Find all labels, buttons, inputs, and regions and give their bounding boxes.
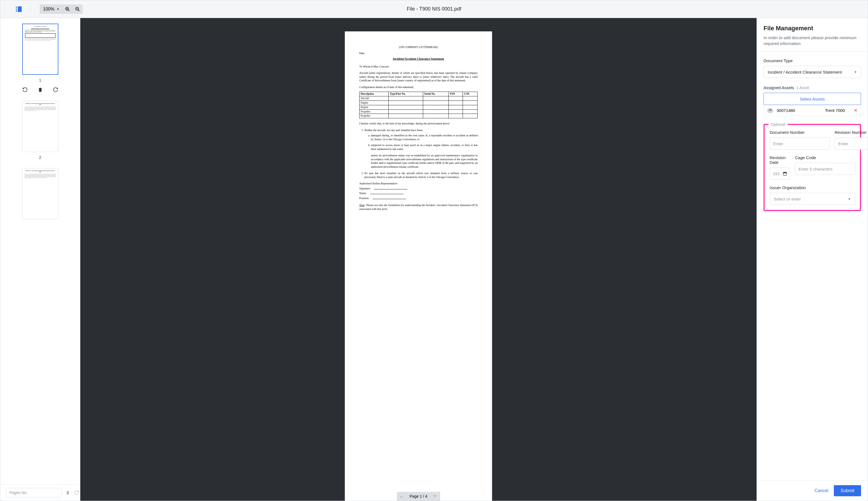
svg-line-5 (78, 10, 80, 11)
doc-number-input[interactable] (770, 138, 830, 150)
config-table: Description Type/Part No. Serial No. TSN… (359, 92, 478, 118)
chevron-down-icon: ▼ (854, 71, 857, 74)
zoom-select[interactable]: 100% ▼ (40, 4, 63, 14)
thumbnail-sidebar: (ON COMPANY LETTERHEAD) Incident/Acciden… (0, 18, 80, 501)
letterhead: (ON COMPANY LETTERHEAD) (359, 45, 478, 49)
doc-type-select[interactable]: Incident / Accident Clearance Statement … (763, 66, 861, 78)
cage-code-input[interactable] (795, 163, 855, 175)
asset-row: 30071480 Trent 7000 ✕ (763, 105, 861, 116)
zoom-out-icon[interactable] (73, 4, 83, 14)
next-page-icon[interactable]: ﹀ (430, 494, 440, 499)
svg-line-1 (68, 10, 70, 11)
topbar: 100% ▼ File - T900 NIS 0001.pdf (0, 0, 868, 18)
document-viewer[interactable]: (ON COMPANY LETTERHEAD) Date Incident/Ac… (80, 18, 756, 501)
prev-page-icon[interactable]: ︿ (397, 494, 407, 499)
asset-id: 30071480 (776, 108, 795, 113)
rotate-right-icon[interactable] (53, 87, 59, 93)
delete-pages-icon[interactable] (66, 490, 70, 495)
note: Note: Please see also the Guidelines for… (359, 203, 478, 211)
pages-number-input[interactable] (6, 488, 62, 498)
rev-date-label: Revision Date (770, 155, 790, 165)
rev-number-input[interactable] (835, 138, 868, 150)
select-assets-button[interactable]: Select Assets (763, 93, 861, 105)
divider (31, 6, 31, 13)
thumbnail-number: 2 (39, 155, 41, 160)
optional-label: Optional (769, 122, 787, 127)
assets-label: Assigned Assets 1 Asset (763, 85, 861, 90)
remove-asset-icon[interactable]: ✕ (854, 108, 857, 113)
thumbnail-page-2[interactable]: Guidelines for understanding the Inciden… (22, 101, 59, 152)
asset-name: Trent 7000 (825, 108, 845, 113)
thumbnail-number: 1 (39, 78, 41, 83)
rep-heading: Authorised Airline Representative (359, 182, 478, 185)
salutation: To Whom It May Concern: (359, 65, 478, 68)
rev-number-label: Revision Number (835, 130, 868, 135)
panel-title: File Management (763, 25, 861, 32)
cancel-button[interactable]: Cancel (814, 488, 828, 493)
chevron-down-icon: ▼ (848, 198, 851, 201)
config-line: Configuration details as of date of this… (359, 85, 478, 89)
date-label: Date (359, 51, 478, 55)
document-title: Incident/Accident Clearance Statement (359, 57, 478, 61)
page-indicator: Page 1 / 4 (407, 494, 430, 499)
thumbnail-page-1[interactable]: (ON COMPANY LETTERHEAD) Incident/Acciden… (22, 24, 59, 75)
engine-icon (767, 108, 773, 113)
delete-icon[interactable] (38, 87, 43, 93)
certify-line: I hereby certify that, to the best of my… (359, 122, 478, 126)
submit-button[interactable]: Submit (834, 485, 861, 496)
cage-code-label: Cage Code (795, 155, 855, 160)
panel-subtitle: In order to add document please provide … (763, 35, 861, 46)
zoom-in-icon[interactable] (63, 4, 73, 14)
file-title: File - T900 NIS 0001.pdf (407, 6, 461, 12)
issuer-select[interactable]: Select or enter ▼ (770, 193, 855, 205)
calendar-icon[interactable] (783, 171, 787, 176)
paragraph: Aircraft [enter registration], details o… (359, 71, 478, 83)
doc-type-label: Document Type (763, 58, 861, 63)
page-navigator: ︿ Page 1 / 4 ﹀ (397, 492, 440, 501)
rotate-left-icon[interactable] (22, 87, 28, 93)
thumbnail-page-3[interactable]: Guidelines for understanding the Inciden… (22, 168, 59, 219)
file-management-panel: File Management In order to add document… (756, 18, 868, 501)
optional-section: Optional Document Number Revision Number (763, 124, 861, 211)
doc-number-label: Document Number (770, 130, 830, 135)
rotate-pages-icon[interactable] (74, 490, 79, 495)
document-page: (ON COMPANY LETTERHEAD) Date Incident/Ac… (345, 31, 492, 501)
thumbnail-toggle[interactable] (16, 7, 22, 12)
svg-rect-8 (783, 172, 786, 173)
issuer-label: Issuer Organization (770, 185, 855, 190)
